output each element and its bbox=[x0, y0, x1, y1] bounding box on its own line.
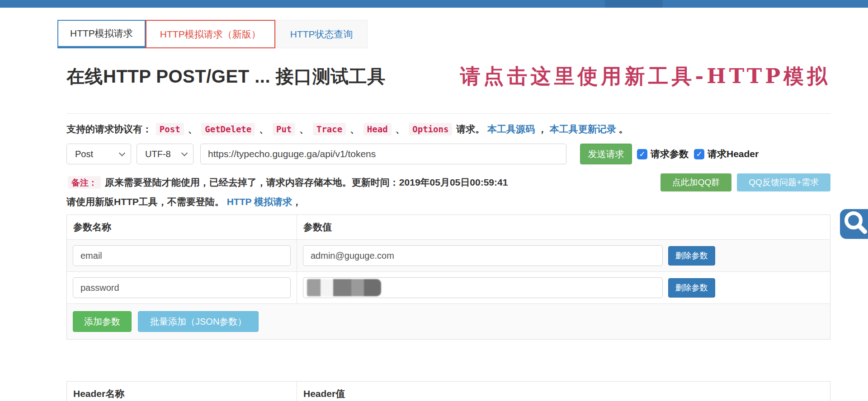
title-divider bbox=[66, 113, 830, 114]
param-name-header: 参数名称 bbox=[67, 215, 297, 239]
header-name-header: Header名称 bbox=[67, 382, 297, 401]
table-row: 删除参数 bbox=[67, 239, 830, 271]
protocol-suffix: 请求。 bbox=[456, 124, 485, 134]
qq-buttons: 点此加QQ群 QQ反馈问题+需求 bbox=[660, 173, 830, 191]
source-code-link[interactable]: 本工具源码 bbox=[487, 124, 535, 134]
request-params-checkbox-group: ✓ 请求参数 ✓ 请求Header bbox=[637, 148, 764, 160]
note-row: 备注： 原来需要登陆才能使用，已经去掉了，请求内容存储本地。更新时间：2019年… bbox=[66, 173, 830, 191]
headers-table: Header名称 Header值 bbox=[66, 381, 830, 401]
chevron-down-icon bbox=[181, 149, 188, 156]
tab-http-status[interactable]: HTTP状态查询 bbox=[275, 20, 368, 48]
separator: 、 bbox=[395, 124, 405, 134]
separator: 、 bbox=[350, 124, 359, 134]
method-post: Post bbox=[156, 123, 184, 135]
tab-http-status-label: HTTP状态查询 bbox=[290, 28, 353, 41]
note-badge: 备注： bbox=[68, 176, 101, 189]
hint-tail: ， bbox=[292, 196, 302, 207]
separator: 、 bbox=[299, 124, 309, 134]
protocol-line: 支持的请求协议有： Post 、 GetDelete 、 Put 、 Trace… bbox=[66, 123, 830, 135]
comma: ， bbox=[538, 124, 547, 134]
table-row: 删除参数 bbox=[67, 271, 830, 303]
url-input[interactable] bbox=[200, 144, 566, 164]
note-text-line: 备注： 原来需要登陆才能使用，已经去掉了，请求内容存储本地。更新时间：2019年… bbox=[66, 176, 508, 189]
protocol-prefix: 支持的请求协议有： bbox=[66, 124, 152, 134]
delete-param-button[interactable]: 删除参数 bbox=[668, 278, 715, 298]
method-getdelete: GetDelete bbox=[201, 123, 255, 135]
note-text: 原来需要登陆才能使用，已经去掉了，请求内容存储本地。更新时间：2019年05月0… bbox=[105, 177, 508, 187]
new-version-hint-text: 请使用新版HTTP工具，不需要登陆。 bbox=[66, 196, 224, 207]
separator: 、 bbox=[259, 124, 269, 134]
table-actions-row: 添加参数 批量添加（JSON参数） bbox=[67, 303, 830, 339]
page-title: 在线HTTP POST/GET ... 接口测试工具 bbox=[66, 64, 386, 89]
request-bar: Post UTF-8 发送请求 ✓ 请求参数 ✓ 请求Header bbox=[66, 144, 830, 164]
title-row: 在线HTTP POST/GET ... 接口测试工具 请点击这里使用新工具-HT… bbox=[66, 58, 830, 94]
send-request-button[interactable]: 发送请求 bbox=[580, 144, 632, 164]
magnifier-icon bbox=[840, 209, 868, 239]
period: 。 bbox=[619, 124, 628, 134]
param-value-input[interactable] bbox=[303, 245, 663, 266]
search-float-button[interactable] bbox=[840, 209, 868, 239]
charset-select[interactable]: UTF-8 bbox=[137, 144, 193, 164]
params-table: 参数名称 参数值 删除参数 bbox=[66, 214, 830, 340]
tab-bar: HTTP模拟请求 HTTP模拟请求（新版） HTTP状态查询 bbox=[57, 20, 868, 48]
tab-http-sim-new[interactable]: HTTP模拟请求（新版） bbox=[146, 20, 275, 48]
bulk-add-json-button[interactable]: 批量添加（JSON参数） bbox=[138, 311, 259, 332]
param-value-header: 参数值 bbox=[297, 215, 830, 239]
add-param-button[interactable]: 添加参数 bbox=[73, 311, 132, 332]
navbar-dark-segment bbox=[605, 0, 663, 8]
param-name-input[interactable] bbox=[73, 277, 291, 298]
tab-http-sim-label: HTTP模拟请求 bbox=[70, 27, 133, 40]
chevron-down-icon bbox=[119, 149, 125, 156]
param-name-input[interactable] bbox=[73, 245, 291, 266]
separator: 、 bbox=[188, 124, 197, 134]
changelog-link[interactable]: 本工具更新记录 bbox=[550, 124, 616, 134]
tab-http-sim[interactable]: HTTP模拟请求 bbox=[57, 20, 146, 48]
headers-table-header-row: Header名称 Header值 bbox=[67, 382, 830, 401]
new-tool-promo-link[interactable]: 请点击这里使用新工具-HTTP模拟 bbox=[460, 63, 830, 90]
request-header-checkbox-label: 请求Header bbox=[708, 148, 759, 160]
pixelated-password-mask bbox=[307, 279, 381, 297]
tab-http-sim-new-label: HTTP模拟请求（新版） bbox=[160, 28, 261, 41]
method-trace: Trace bbox=[313, 123, 346, 135]
method-head: Head bbox=[363, 123, 392, 135]
header-value-header: Header值 bbox=[297, 382, 830, 401]
top-navbar bbox=[0, 0, 868, 8]
param-value-input-masked[interactable] bbox=[303, 277, 663, 298]
method-select[interactable]: Post bbox=[66, 144, 131, 164]
params-table-header-row: 参数名称 参数值 bbox=[67, 215, 830, 239]
request-params-checkbox[interactable]: ✓ bbox=[637, 149, 647, 159]
request-params-checkbox-label: 请求参数 bbox=[651, 148, 689, 160]
qq-feedback-button[interactable]: QQ反馈问题+需求 bbox=[737, 173, 830, 191]
delete-param-button[interactable]: 删除参数 bbox=[668, 246, 715, 266]
join-qq-group-button[interactable]: 点此加QQ群 bbox=[660, 173, 732, 191]
method-put: Put bbox=[273, 123, 295, 135]
method-options: Options bbox=[409, 123, 452, 135]
http-sim-link[interactable]: HTTP 模拟请求 bbox=[227, 196, 292, 207]
request-header-checkbox[interactable]: ✓ bbox=[694, 149, 704, 159]
new-version-hint: 请使用新版HTTP工具，不需要登陆。 HTTP 模拟请求， bbox=[66, 196, 830, 208]
method-select-value: Post bbox=[75, 149, 93, 159]
charset-select-value: UTF-8 bbox=[145, 149, 171, 159]
